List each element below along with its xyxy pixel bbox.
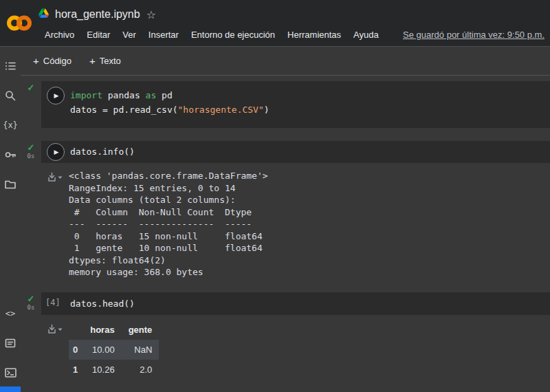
cell-gente: NaN — [122, 340, 160, 360]
cell-3-code-editor[interactable]: datos.head() — [70, 292, 135, 315]
menu-herramientas[interactable]: Herramientas — [281, 30, 347, 40]
add-code-button[interactable]: + Código — [33, 55, 72, 67]
cell-success-check-icon: ✓ — [28, 294, 35, 304]
variables-icon[interactable]: {x} — [0, 115, 21, 135]
cell-3-body: [4] datos.head() — [41, 292, 550, 315]
cell-toolbar: + Código + Texto — [21, 47, 550, 76]
row-index: 0 — [69, 340, 83, 360]
cell-3-exec-time: 0s — [28, 304, 35, 311]
star-icon[interactable]: ☆ — [146, 8, 156, 21]
cell-2-body: ▶ datos.info() — [41, 141, 550, 163]
secrets-key-icon[interactable] — [0, 144, 21, 165]
cell-2-output: <class 'pandas.core.frame.DataFrame'>Ran… — [21, 170, 550, 279]
cell-success-check-icon: ✓ — [28, 143, 35, 153]
command-palette-icon[interactable] — [0, 333, 21, 353]
add-text-label: Texto — [100, 56, 121, 66]
cell-2-exec-time: 0s — [28, 153, 35, 160]
output-menu-icon[interactable] — [41, 170, 69, 279]
notebook-area: ✓ ▶ import pandas as pddatos = pd.read_c… — [21, 76, 550, 392]
plus-icon: + — [89, 55, 96, 67]
play-icon: ▶ — [54, 149, 59, 155]
menu-entorno-ejecucion[interactable]: Entorno de ejecución — [185, 30, 281, 40]
cell-horas: 10.00 — [83, 340, 121, 360]
output-menu-icon[interactable] — [41, 322, 69, 380]
output-2-gutter — [21, 322, 41, 380]
header-main: hora_gente.ipynb ☆ Archivo Editar Ver In… — [38, 0, 550, 46]
search-icon[interactable] — [0, 85, 21, 106]
cell-2-run-area: ▶ — [41, 141, 70, 163]
menu-ayuda[interactable]: Ayuda — [347, 30, 385, 40]
run-cell-button[interactable]: ▶ — [47, 143, 65, 161]
column-header-horas: horas — [83, 322, 121, 340]
dataframe-table: horas gente 0 10.00 NaN 1 10.26 — [69, 322, 159, 380]
colab-logo-icon[interactable] — [0, 0, 38, 46]
cell-1-gutter: ✓ — [21, 81, 41, 128]
header: hora_gente.ipynb ☆ Archivo Editar Ver In… — [0, 0, 550, 47]
cell-1-body: ▶ import pandas as pddatos = pd.read_csv… — [41, 81, 550, 128]
cell-gente: 2.0 — [122, 360, 160, 380]
left-sidebar: {x} <> — [0, 47, 21, 392]
output-2-body: horas gente 0 10.00 NaN 1 10.26 — [41, 322, 550, 380]
table-of-contents-icon[interactable] — [0, 56, 21, 76]
terminal-icon[interactable] — [0, 362, 21, 383]
code-cell-2: ✓ 0s ▶ datos.info() — [21, 141, 550, 163]
plus-icon: + — [33, 55, 39, 67]
menu-archivo[interactable]: Archivo — [38, 30, 80, 40]
files-folder-icon[interactable] — [0, 174, 21, 195]
cell-3-gutter: ✓ 0s — [21, 292, 41, 315]
cell-3-output: horas gente 0 10.00 NaN 1 10.26 — [21, 322, 550, 380]
cell-success-check-icon: ✓ — [28, 83, 35, 93]
notebook-title[interactable]: hora_gente.ipynb — [55, 8, 140, 21]
row-index: 1 — [69, 360, 83, 380]
title-row: hora_gente.ipynb ☆ — [38, 3, 550, 25]
cell-2-code-editor[interactable]: datos.info() — [70, 141, 135, 163]
run-cell-button[interactable]: ▶ — [47, 87, 65, 105]
add-text-button[interactable]: + Texto — [89, 55, 121, 67]
menu-ver[interactable]: Ver — [116, 30, 142, 40]
save-status[interactable]: Se guardó por última vez: 9:50 p.m. — [403, 30, 544, 40]
dataframe-header-row: horas gente — [69, 322, 159, 340]
output-1-body: <class 'pandas.core.frame.DataFrame'>Ran… — [41, 170, 550, 279]
column-header-gente: gente — [122, 322, 160, 340]
output-1-gutter — [21, 170, 41, 279]
table-row: 1 10.26 2.0 — [69, 360, 159, 380]
add-code-label: Código — [43, 56, 72, 66]
sidebar-bottom-accent — [0, 386, 21, 392]
execution-count: [4] — [41, 292, 70, 315]
code-cell-3: ✓ 0s [4] datos.head() — [21, 292, 550, 315]
table-row: 0 10.00 NaN — [69, 340, 159, 360]
colab-app: hora_gente.ipynb ☆ Archivo Editar Ver In… — [0, 0, 550, 392]
cell-1-run-area: ▶ — [41, 81, 70, 128]
menu-editar[interactable]: Editar — [80, 30, 116, 40]
cell-2-gutter: ✓ 0s — [21, 141, 41, 163]
drive-icon — [38, 8, 49, 21]
index-header — [69, 322, 83, 340]
play-icon: ▶ — [54, 92, 59, 99]
info-output-text: <class 'pandas.core.frame.DataFrame'>Ran… — [69, 170, 268, 279]
code-snippets-icon[interactable]: <> — [0, 303, 21, 324]
cell-horas: 10.26 — [83, 360, 121, 380]
menu-bar: Archivo Editar Ver Insertar Entorno de e… — [38, 25, 550, 44]
code-cell-1: ✓ ▶ import pandas as pddatos = pd.read_c… — [21, 81, 550, 128]
cell-1-code-editor[interactable]: import pandas as pddatos = pd.read_csv("… — [70, 81, 270, 128]
menu-insertar[interactable]: Insertar — [142, 30, 185, 40]
